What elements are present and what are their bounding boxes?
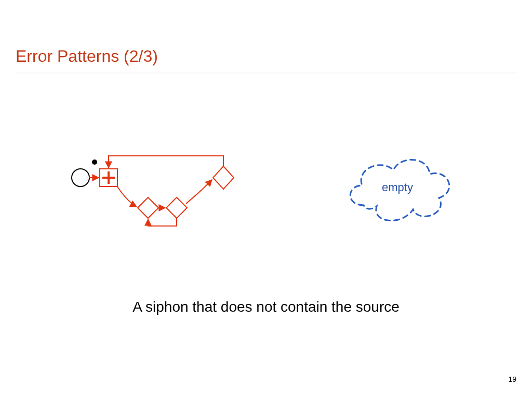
feedback-arrow-icon [109, 156, 223, 168]
slide-caption: A siphon that does not contain the sourc… [0, 299, 532, 315]
decision-diamond-icon [138, 197, 158, 218]
decision-diamond-icon [166, 197, 187, 218]
decision-diamond-icon [213, 166, 234, 189]
slide: Error Patterns (2/3) [0, 0, 532, 399]
loop-arrow-icon [148, 218, 177, 226]
cloud-label: empty [382, 181, 413, 194]
parallel-gateway-icon [100, 169, 117, 187]
arrow-icon [117, 186, 137, 207]
title-divider [15, 73, 517, 73]
workflow-diagram [68, 145, 244, 234]
page-number: 19 [508, 375, 516, 383]
arrow-icon [186, 180, 212, 204]
slide-title: Error Patterns (2/3) [16, 47, 158, 66]
source-place-icon [72, 169, 89, 187]
token-dot-icon [92, 159, 97, 165]
